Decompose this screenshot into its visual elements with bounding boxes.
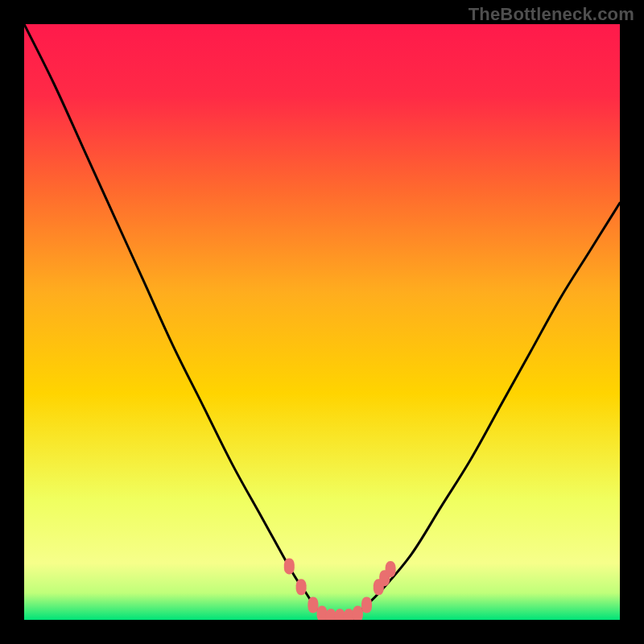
- valley-marker: [296, 579, 307, 595]
- valley-marker: [353, 606, 363, 620]
- plot-area: [24, 24, 620, 620]
- chart-frame: TheBottleneck.com: [0, 0, 644, 644]
- bottleneck-chart: [24, 24, 620, 620]
- watermark-text: TheBottleneck.com: [469, 4, 634, 25]
- valley-marker: [386, 561, 396, 577]
- valley-marker: [284, 558, 295, 574]
- valley-marker: [308, 597, 318, 613]
- valley-marker: [361, 597, 372, 613]
- valley-marker: [317, 606, 328, 620]
- gradient-background: [24, 24, 620, 620]
